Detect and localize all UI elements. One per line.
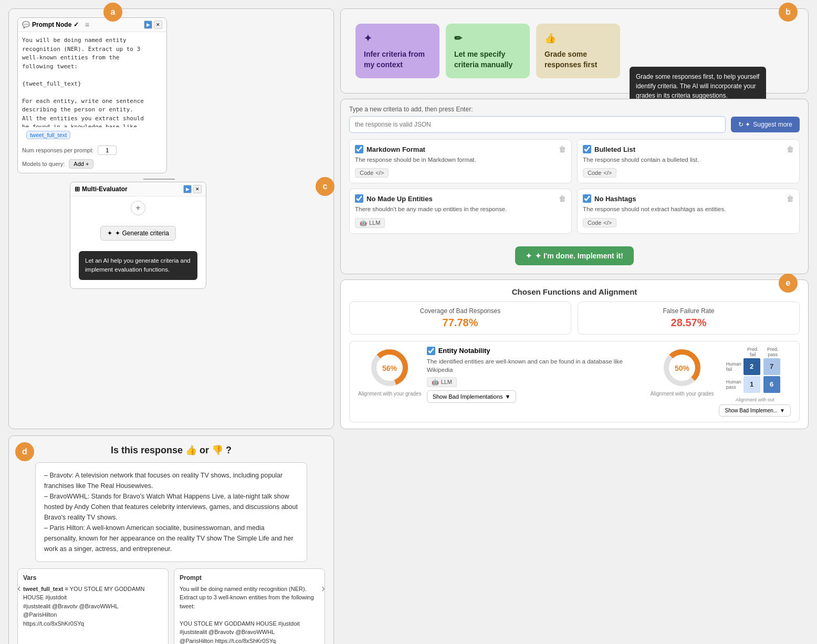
play-button[interactable]: ▶ — [144, 20, 152, 29]
models-row: Models to query: Add + — [18, 157, 166, 173]
markdown-delete-icon[interactable]: 🗑 — [559, 145, 566, 153]
criteria-nomadeup-title: No Made Up Entities — [355, 194, 433, 203]
panel-a: a 💬 Prompt Node ✓ ≡ ▶ ✕ You will be doin… — [8, 8, 334, 429]
entity-notability-card: 56% Alignment with your grades Entity No… — [349, 341, 800, 422]
nomadeup-checkbox[interactable] — [355, 194, 363, 203]
sparkle-icon: ✦ — [107, 230, 112, 237]
nohashtags-code-badge: Code </> — [583, 218, 616, 227]
infer-criteria-card[interactable]: ✦ Infer criteria from my context — [355, 24, 439, 78]
chat-icon: 💬 — [22, 21, 30, 28]
donut-left-label: Alignment with your grades — [358, 391, 422, 397]
implement-button[interactable]: ✦ ✦ I'm done. Implement it! — [515, 246, 634, 265]
nohashtags-desc: The response should not extract hashtags… — [583, 205, 794, 213]
chosen-functions-title: Chosen Functions and Alignment — [341, 280, 808, 302]
suggest-more-button[interactable]: ↻ ✦ Suggest more — [731, 117, 800, 132]
generate-criteria-button[interactable]: ✦ ✦ Generate criteria — [100, 226, 176, 241]
num-responses-input[interactable] — [98, 146, 117, 155]
criteria-input-label: Type a new criteria to add, then press E… — [349, 106, 800, 113]
multi-eval-controls: ▶ ✕ — [183, 185, 202, 193]
prev-response-button[interactable]: ‹ — [13, 577, 25, 598]
coverage-value: 77.78% — [355, 317, 565, 329]
bulleted-checkbox[interactable] — [583, 145, 591, 153]
close-button[interactable]: ✕ — [154, 20, 162, 29]
badge-b: b — [779, 3, 798, 22]
donut-left: 56% Alignment with your grades — [358, 347, 422, 417]
criteria-item-bulleted: Bulleted List 🗑 The response should cont… — [577, 139, 800, 183]
nohashtags-checkbox[interactable] — [583, 194, 591, 203]
prompt-node-title: 💬 Prompt Node ✓ ≡ — [22, 20, 89, 29]
false-failure-metric: False Failure Rate 28.57% — [578, 302, 800, 335]
nomadeup-desc: There shouldn't be any made up entities … — [355, 205, 566, 213]
code-icon-3: </> — [603, 220, 612, 226]
prompt-textarea[interactable]: You will be doing named entity recogniti… — [18, 32, 166, 127]
criteria-markdown-title: Markdown Format — [355, 145, 425, 153]
implement-icon: ✦ — [526, 252, 532, 260]
multi-eval-title: ⊞ Multi-Evaluator — [75, 185, 128, 193]
vars-prompt-section: Vars tweet_full_text = YOU STOLE MY GODD… — [17, 568, 325, 644]
markdown-code-badge: Code </> — [355, 168, 389, 178]
badge-c: c — [316, 177, 334, 196]
criteria-item-markdown: Markdown Format 🗑 The response should be… — [349, 139, 572, 183]
grade-icon: 👍 — [544, 32, 612, 45]
criteria-grid: Markdown Format 🗑 The response should be… — [349, 139, 800, 233]
badge-e: e — [779, 274, 798, 293]
markdown-desc: The response should be in Markdown forma… — [355, 155, 566, 164]
criteria-item-nomadeup: No Made Up Entities 🗑 There shouldn't be… — [349, 189, 572, 233]
nomadeup-delete-icon[interactable]: 🗑 — [559, 194, 566, 203]
pred-fail-label: Pred.fail — [743, 347, 762, 357]
infer-icon: ✦ — [364, 32, 431, 45]
show-bad-implementations-button[interactable]: Show Bad Implementations ▼ — [427, 390, 517, 403]
specify-criteria-card[interactable]: ✏ Let me specify criteria manually — [446, 24, 530, 78]
false-failure-value: 28.57% — [583, 317, 794, 329]
specify-icon: ✏ — [454, 32, 521, 45]
next-response-button[interactable]: › — [317, 577, 329, 598]
entity-notability-checkbox[interactable] — [427, 347, 435, 355]
eval-play-button[interactable]: ▶ — [183, 185, 192, 193]
eval-close-button[interactable]: ✕ — [193, 185, 202, 193]
cm-cell-fp: 7 — [763, 358, 780, 375]
pred-pass-label: Pred.pass — [763, 347, 782, 357]
window-controls: ▶ ✕ — [144, 20, 162, 29]
add-model-button[interactable]: Add + — [69, 159, 93, 169]
confusion-matrix: Pred.fail Pred.pass Human fail 2 7 Human… — [728, 347, 782, 393]
code-icon-2: </> — [603, 170, 612, 176]
response-question: Is this response 👍 or 👎 ? — [9, 436, 333, 462]
cm-cell-pf: 1 — [743, 376, 760, 393]
section-c: c Type a new criteria to add, then press… — [340, 99, 809, 274]
section-b: b ✦ Infer criteria from my context ✏ Let… — [340, 8, 809, 94]
num-responses-row: Num responses per prompt: — [18, 143, 166, 157]
badge-d: d — [15, 442, 34, 461]
show-bad-implementations-button-2[interactable]: Show Bad Implemen... ▼ — [719, 404, 791, 417]
donut-svg-left: 56% — [369, 347, 411, 389]
cm-cell-ff: 2 — [743, 358, 760, 375]
nohashtags-delete-icon[interactable]: 🗑 — [787, 194, 794, 203]
coverage-title: Coverage of Bad Responses — [355, 307, 565, 315]
criteria-nohashtags-header: No Hashtags 🗑 — [583, 194, 794, 203]
criteria-item-nohashtags: No Hashtags 🗑 The response should not ex… — [577, 189, 800, 233]
panel-d: d Is this response 👍 or 👎 ? ‹ › – Bravot… — [8, 435, 334, 644]
bulleted-delete-icon[interactable]: 🗑 — [787, 145, 794, 153]
eval-icon: ⊞ — [75, 185, 80, 193]
menu-icon[interactable]: ≡ — [85, 20, 89, 29]
bulleted-code-badge: Code </> — [583, 168, 616, 178]
plus-button[interactable]: + — [131, 201, 145, 215]
donut-right: 50% Alignment with your grades — [651, 347, 714, 417]
human-pass-label: Human pass — [728, 376, 742, 393]
criteria-input-field[interactable] — [349, 116, 726, 133]
prompt-node-titlebar: 💬 Prompt Node ✓ ≡ ▶ ✕ — [18, 18, 166, 32]
section-e: e Chosen Functions and Alignment Coverag… — [340, 279, 809, 429]
bulleted-desc: The response should contain a bulleted l… — [583, 155, 794, 164]
tweet-tag: tweet_full_text — [26, 131, 70, 139]
nomadeup-llm-badge: 🤖 LLM — [355, 218, 385, 228]
criteria-nomadeup-header: No Made Up Entities 🗑 — [355, 194, 566, 203]
human-fail-label: Human fail — [728, 358, 742, 375]
false-failure-title: False Failure Rate — [583, 307, 794, 315]
grade-first-card[interactable]: 👍 Grade some responses first — [536, 24, 620, 78]
markdown-checkbox[interactable] — [355, 145, 363, 153]
prompt-box: Prompt You will be doing named entity re… — [174, 568, 325, 644]
cm-cell-pp: 6 — [763, 376, 780, 393]
criteria-input-area: ↻ ✦ Suggest more — [349, 116, 800, 133]
criteria-nohashtags-title: No Hashtags — [583, 194, 636, 203]
entity-llm-badge: 🤖 LLM — [427, 377, 457, 387]
badge-a: a — [103, 3, 122, 22]
